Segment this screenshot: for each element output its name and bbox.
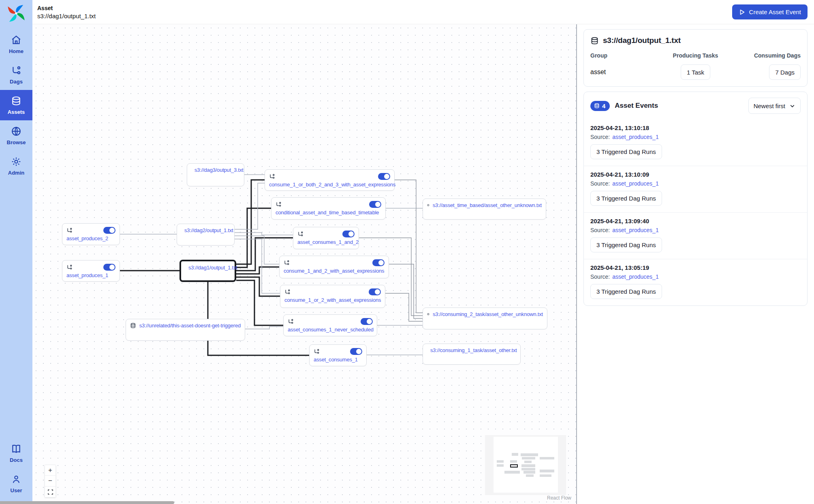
graph-canvas[interactable]: s3://dag3/output_3.txtconsume_1_or_both_… xyxy=(32,24,576,504)
pause-toggle[interactable] xyxy=(369,288,381,295)
graph-node-asset-consumes-1-and-2[interactable]: asset_consumes_1_and_2 xyxy=(293,227,359,249)
source-task-link[interactable]: asset_produces_1 xyxy=(612,180,658,187)
graph-node-asset-consumes-1[interactable]: asset_consumes_1 xyxy=(309,344,367,366)
database-icon xyxy=(130,322,136,329)
triggered-dag-runs-button[interactable]: 3 Triggered Dag Runs xyxy=(590,144,662,159)
graph-node-asset-consumes-1-never-scheduled[interactable]: asset_consumes_1_never_scheduled xyxy=(283,314,377,336)
node-label: asset_produces_2 xyxy=(66,235,115,241)
graph-node-dag1-output-1[interactable]: s3://dag1/output_1.txt xyxy=(179,260,236,282)
graph-node-consuming-2-task[interactable]: s3://consuming_2_task/asset_other_unknow… xyxy=(423,308,547,329)
dag-icon xyxy=(297,231,303,237)
sidebar-item-home[interactable]: Home xyxy=(0,29,32,60)
sidebar-item-label: Docs xyxy=(10,457,23,463)
globe-icon xyxy=(11,126,21,137)
book-icon xyxy=(11,444,21,454)
minimap-node xyxy=(524,461,532,463)
node-label: asset_consumes_1_and_2 xyxy=(297,239,355,245)
zoom-in-button[interactable]: + xyxy=(45,465,56,476)
event-timestamp: 2025-04-21, 13:10:09 xyxy=(590,171,801,178)
triggered-dag-runs-button[interactable]: 3 Triggered Dag Runs xyxy=(590,237,662,252)
graph-edge xyxy=(235,183,265,229)
dag-icon xyxy=(284,260,290,266)
pause-toggle[interactable] xyxy=(103,227,115,234)
asset-event-item: 2025-04-21, 13:05:19 Source:asset_produc… xyxy=(584,259,807,305)
graph-edge xyxy=(235,236,279,264)
pause-toggle[interactable] xyxy=(372,259,385,266)
graph-node-consume-1-or-2[interactable]: consume_1_or_2_with_asset_expressions xyxy=(280,285,385,308)
graph-node-consuming-1-task[interactable]: s3://consuming_1_task/asset_other.txt xyxy=(423,344,521,365)
asset-events-count: 4 xyxy=(602,103,605,109)
sidebar-item-docs[interactable]: Docs xyxy=(0,438,32,468)
sidebar-item-browse[interactable]: Browse xyxy=(0,120,32,151)
graph-edge xyxy=(235,233,293,235)
dag-icon xyxy=(11,65,21,76)
horizontal-scrollbar[interactable] xyxy=(0,501,174,504)
graph-node-dag2-output-1[interactable]: s3://dag2/output_1.txt xyxy=(177,224,235,246)
create-asset-event-label: Create Asset Event xyxy=(749,9,801,15)
minimap[interactable] xyxy=(485,435,566,495)
sort-order-select[interactable]: Newest first xyxy=(748,98,801,114)
source-label: Source: xyxy=(590,273,610,280)
graph-node-conditional-asset-and-time[interactable]: conditional_asset_and_time_based_timetab… xyxy=(271,197,386,220)
pause-toggle[interactable] xyxy=(361,318,373,325)
source-task-link[interactable]: asset_produces_1 xyxy=(612,227,658,233)
minimap-node xyxy=(512,453,518,456)
source-label: Source: xyxy=(590,134,610,140)
graph-node-consume-1-and-2[interactable]: consume_1_and_2_with_asset_expressions xyxy=(279,256,389,278)
sidebar: Home Dags Assets Browse Admin Docs xyxy=(0,0,32,504)
graph-node-asset-produces-1[interactable]: asset_produces_1 xyxy=(62,260,120,282)
sidebar-item-user[interactable]: User xyxy=(0,468,32,504)
producing-tasks-button[interactable]: 1 Task xyxy=(681,64,710,80)
consuming-dags-label: Consuming Dags xyxy=(754,52,801,59)
node-label: s3://unrelated/this-asset-doesnt-get-tri… xyxy=(139,322,241,329)
minimap-node xyxy=(521,453,538,456)
top-header: Asset s3://dag1/output_1.txt Create Asse… xyxy=(32,0,814,24)
graph-node-consume-1-or-both-2-and-3[interactable]: consume_1_or_both_2_and_3_with_asset_exp… xyxy=(265,169,395,191)
pause-toggle[interactable] xyxy=(369,201,381,208)
play-icon xyxy=(739,9,745,15)
asset-events-title: Asset Events xyxy=(615,102,743,110)
pause-toggle[interactable] xyxy=(103,264,115,271)
consuming-dags-button[interactable]: 7 Dags xyxy=(769,64,801,80)
minimap-node xyxy=(540,474,551,477)
zoom-out-button[interactable]: − xyxy=(45,476,56,487)
home-icon xyxy=(11,35,21,45)
graph-node-unrelated[interactable]: s3://unrelated/this-asset-doesnt-get-tri… xyxy=(126,319,245,341)
source-task-link[interactable]: asset_produces_1 xyxy=(612,273,658,280)
sidebar-item-label: Home xyxy=(9,48,24,54)
sort-order-value: Newest first xyxy=(754,103,785,109)
dag-icon xyxy=(314,348,320,355)
node-label: s3://dag1/output_1.txt xyxy=(188,265,237,271)
producing-tasks-label: Producing Tasks xyxy=(673,52,718,59)
source-task-link[interactable]: asset_produces_1 xyxy=(612,134,658,140)
sidebar-item-admin[interactable]: Admin xyxy=(0,151,32,181)
triggered-dag-runs-button[interactable]: 3 Triggered Dag Runs xyxy=(590,284,662,299)
graph-node-asset-time-based[interactable]: s3://asset_time_based/asset_other_unknow… xyxy=(423,199,546,220)
page-title: s3://dag1/output_1.txt xyxy=(37,13,96,19)
minimap-node xyxy=(540,470,554,472)
minimap-node xyxy=(540,457,554,459)
node-label: s3://dag3/output_3.txt xyxy=(194,167,244,173)
pause-toggle[interactable] xyxy=(350,348,362,355)
pause-toggle[interactable] xyxy=(342,231,355,237)
graph-edge xyxy=(245,327,283,329)
graph-node-dag3-output-3[interactable]: s3://dag3/output_3.txt xyxy=(187,163,244,186)
dag-icon xyxy=(269,173,275,179)
group-value: asset xyxy=(590,68,660,76)
graph-edge xyxy=(385,293,423,321)
triggered-dag-runs-button[interactable]: 3 Triggered Dag Runs xyxy=(590,191,662,206)
airflow-logo[interactable] xyxy=(0,0,32,29)
pause-toggle[interactable] xyxy=(378,173,390,180)
sidebar-item-assets[interactable]: Assets xyxy=(0,90,32,120)
dag-icon xyxy=(284,289,291,295)
page-eyebrow: Asset xyxy=(37,5,96,11)
fit-view-button[interactable] xyxy=(45,487,56,498)
sidebar-item-label: Admin xyxy=(8,170,24,176)
sidebar-item-dags[interactable]: Dags xyxy=(0,60,32,90)
node-label: asset_consumes_1 xyxy=(314,357,362,363)
create-asset-event-button[interactable]: Create Asset Event xyxy=(732,4,808,19)
node-label: consume_1_or_both_2_and_3_with_asset_exp… xyxy=(269,182,390,188)
minimap-node xyxy=(521,464,535,467)
asset-event-item: 2025-04-21, 13:10:09 Source:asset_produc… xyxy=(584,166,807,212)
graph-node-asset-produces-2[interactable]: asset_produces_2 xyxy=(62,223,120,245)
